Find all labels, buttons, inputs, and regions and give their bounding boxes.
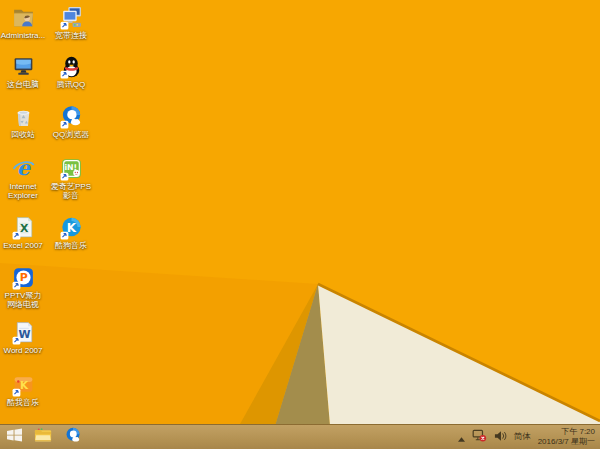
shortcut-arrow-badge [12,337,20,345]
shortcut-arrow-badge [60,22,68,30]
qq-browser-cloud-icon [59,104,84,129]
shortcut-arrow-badge [12,389,20,397]
user-folder-icon [11,5,36,30]
shortcut-arrow-badge [60,173,68,181]
qq-browser-icon [64,426,82,448]
desktop-icon-kugou-music[interactable]: K 酷狗音乐 [48,215,94,250]
iqiyi-pps-icon: iN! [59,156,84,181]
network-computers-icon [59,5,84,30]
input-method-indicator[interactable]: 简体 [514,431,531,443]
desktop-icon-label: 酷我音乐 [7,398,39,407]
ie-letter-glyph: e [16,156,31,180]
chevron-up-icon [458,428,465,446]
windows-logo-icon [7,428,22,446]
desktop-icon-label: PPTV聚力 网络电视 [0,291,46,310]
shortcut-arrow-badge [60,232,68,240]
desktop-icon-kuwo-music[interactable]: K 酷我音乐 [0,372,46,407]
desktop-icon-pptv[interactable]: P PPTV聚力 网络电视 [0,265,46,310]
file-explorer-icon [34,427,53,447]
clock-date: 2016/3/7 星期一 [538,437,595,447]
shortcut-arrow-badge [60,121,68,129]
desktop-icon-label: 腾讯QQ [57,80,85,89]
show-hidden-icons-button[interactable] [458,428,465,446]
network-status-tray-button[interactable] [472,428,487,446]
word-document-icon: W [11,320,36,345]
kuwo-music-icon: K [11,372,36,397]
desktop-icon-label: Internet Explorer [0,182,46,201]
start-button[interactable] [0,425,29,449]
desktop-icon-label: 回收站 [11,130,35,139]
kugou-letter-glyph: K [66,221,76,235]
qq-penguin-icon [59,54,84,79]
kuwo-letter-glyph: K [20,380,29,392]
desktop-icon-label: 酷狗音乐 [55,241,87,250]
desktop-icon-label: Word 2007 [4,346,43,355]
desktop-icon-broadband-connection[interactable]: 宽带连接 [48,5,94,40]
shortcut-arrow-badge [12,232,20,240]
desktop-icon-label: 宽带连接 [55,31,87,40]
shortcut-arrow-badge [12,282,20,290]
excel-document-icon: X [11,215,36,240]
excel-letter-glyph: X [20,223,29,236]
desktop-icon-iqiyi-pps[interactable]: iN! 爱奇艺PPS 影音 [48,156,94,201]
taskbar: 简体 下午 7:20 2016/3/7 星期一 [0,424,600,449]
taskbar-file-explorer-button[interactable] [29,425,58,449]
desktop-icon-this-pc[interactable]: 这台电脑 [0,54,46,89]
internet-explorer-icon: e [11,156,36,181]
desktop-icon-qq-browser[interactable]: QQ浏览器 [48,104,94,139]
desktop-icon-label: Administra... [1,31,45,40]
kugou-music-icon: K [59,215,84,240]
desktop-icon-label: 爱奇艺PPS 影音 [48,182,94,201]
clock-time: 下午 7:20 [538,427,595,437]
network-disconnected-icon [472,428,487,446]
computer-monitor-icon [11,54,36,79]
speaker-icon [494,428,507,446]
desktop-icon-recycle-bin[interactable]: 回收站 [0,104,46,139]
desktop-icon-label: Excel 2007 [3,241,43,250]
desktop-icon-tencent-qq[interactable]: 腾讯QQ [48,54,94,89]
desktop-icon-administrator[interactable]: Administra... [0,5,46,40]
windows-desktop: Administra... 宽带连接 [0,0,600,449]
desktop-icon-internet-explorer[interactable]: e Internet Explorer [0,156,46,201]
taskbar-qq-browser-button[interactable] [58,425,87,449]
desktop-icon-excel-2007[interactable]: X Excel 2007 [0,215,46,250]
shortcut-arrow-badge [60,71,68,79]
pptv-icon: P [11,265,36,290]
volume-tray-button[interactable] [494,428,507,446]
desktop-icon-label: QQ浏览器 [53,130,89,139]
tray-clock[interactable]: 下午 7:20 2016/3/7 星期一 [538,427,595,448]
pptv-letter-glyph: P [19,271,27,284]
desktop-icon-label: 这台电脑 [7,80,39,89]
desktop-icon-word-2007[interactable]: W Word 2007 [0,320,46,355]
recycle-bin-icon [11,104,36,129]
system-tray: 简体 下午 7:20 2016/3/7 星期一 [458,425,600,449]
